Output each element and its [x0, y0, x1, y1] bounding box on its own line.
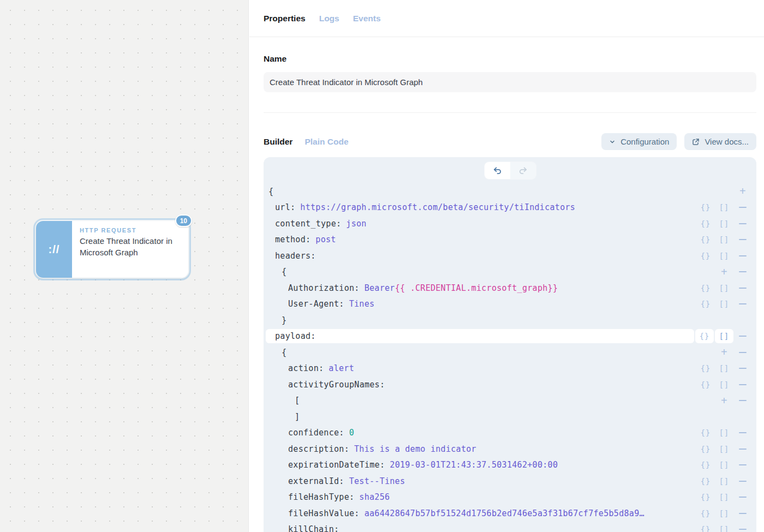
wrap-array-icon[interactable]: []: [715, 217, 733, 231]
wrap-object-icon[interactable]: {}: [696, 378, 715, 392]
code-row-externalId[interactable]: externalId:Test--Tines{}[]: [264, 473, 756, 489]
remove-field-icon[interactable]: [733, 249, 752, 263]
code-row-content[interactable]: killChain:: [266, 522, 696, 532]
wrap-array-icon[interactable]: []: [715, 506, 733, 521]
code-row-content[interactable]: {: [266, 184, 696, 199]
remove-field-icon[interactable]: [733, 265, 752, 279]
code-row-description[interactable]: description:This is a demo indicator{}[]: [264, 441, 756, 457]
wrap-array-icon[interactable]: []: [715, 490, 733, 504]
wrap-array-icon[interactable]: []: [715, 442, 733, 456]
code-row-killChain[interactable]: killChain:{}[]: [264, 522, 756, 532]
code-row-url[interactable]: url:https://graph.microsoft.com/beta/sec…: [264, 200, 756, 216]
wrap-array-icon[interactable]: []: [715, 522, 733, 532]
code-row-bracket[interactable]: [+: [264, 393, 756, 409]
tab-properties[interactable]: Properties: [264, 14, 306, 23]
code-row-content[interactable]: description:This is a demo indicator: [266, 442, 696, 456]
tab-logs[interactable]: Logs: [319, 14, 339, 23]
code-row-content[interactable]: content_type:json: [266, 217, 696, 231]
wrap-object-icon[interactable]: {}: [696, 474, 715, 488]
add-field-icon[interactable]: +: [733, 184, 752, 199]
wrap-array-icon[interactable]: []: [715, 329, 733, 343]
wrap-object-icon[interactable]: {}: [696, 426, 715, 440]
wrap-object-icon[interactable]: {}: [696, 217, 715, 231]
remove-field-icon[interactable]: [733, 329, 752, 343]
code-row-content[interactable]: }: [266, 313, 696, 327]
add-field-icon[interactable]: +: [715, 393, 733, 408]
wrap-array-icon[interactable]: []: [715, 297, 733, 311]
code-row-content[interactable]: expirationDateTime:2019-03-01T21:43:37.5…: [266, 458, 696, 472]
code-row-content[interactable]: externalId:Test--Tines: [266, 474, 696, 488]
code-row-content[interactable]: confidence:0: [266, 426, 696, 440]
code-row-content[interactable]: [: [266, 393, 696, 408]
code-row-fileHashType[interactable]: fileHashType:sha256{}[]: [264, 489, 756, 506]
wrap-object-icon[interactable]: {}: [696, 522, 715, 532]
wrap-array-icon[interactable]: []: [715, 474, 733, 488]
code-row-activityGroupNames[interactable]: activityGroupNames:{}[]: [264, 376, 756, 393]
remove-field-icon[interactable]: [733, 522, 752, 532]
wrap-object-icon[interactable]: {}: [696, 490, 715, 504]
remove-field-icon[interactable]: [733, 474, 752, 488]
code-row-expirationDateTime[interactable]: expirationDateTime:2019-03-01T21:43:37.5…: [264, 457, 756, 474]
code-row-content[interactable]: ]: [266, 410, 696, 424]
code-row-User-Agent[interactable]: User-Agent:Tines{}[]: [264, 296, 756, 313]
code-row-bracket[interactable]: }: [264, 312, 756, 328]
undo-button[interactable]: [485, 162, 510, 179]
remove-field-icon[interactable]: [733, 361, 752, 375]
tab-events[interactable]: Events: [353, 14, 381, 23]
wrap-object-icon[interactable]: {}: [696, 442, 715, 456]
event-count-badge[interactable]: 10: [175, 214, 192, 227]
code-row-bracket[interactable]: {+: [264, 344, 756, 361]
code-row-payload[interactable]: payload:{}[]: [264, 328, 756, 345]
remove-field-icon[interactable]: [733, 297, 752, 311]
action-node-http-request[interactable]: :// HTTP REQUEST Create Threat Indicator…: [36, 221, 188, 278]
wrap-array-icon[interactable]: []: [715, 232, 733, 247]
code-row-content[interactable]: {: [266, 265, 696, 279]
remove-field-icon[interactable]: [733, 458, 752, 472]
wrap-object-icon[interactable]: {}: [696, 232, 715, 247]
wrap-object-icon[interactable]: {}: [696, 281, 715, 295]
code-row-content[interactable]: fileHashValue:aa64428647b57bf51524d1756b…: [266, 506, 696, 521]
wrap-object-icon[interactable]: {}: [696, 458, 715, 472]
code-row-headers[interactable]: headers:{}[]: [264, 248, 756, 264]
remove-field-icon[interactable]: [733, 232, 752, 247]
remove-field-icon[interactable]: [733, 393, 752, 408]
code-row-method[interactable]: method:post{}[]: [264, 232, 756, 248]
code-row-content[interactable]: url:https://graph.microsoft.com/beta/sec…: [266, 200, 696, 214]
wrap-object-icon[interactable]: {}: [696, 506, 715, 521]
code-row-content[interactable]: fileHashType:sha256: [266, 490, 696, 504]
remove-field-icon[interactable]: [733, 442, 752, 456]
tab-plain-code[interactable]: Plain Code: [305, 137, 348, 147]
code-row-content[interactable]: headers:: [266, 249, 696, 263]
code-row-content[interactable]: activityGroupNames:: [266, 378, 696, 392]
code-row-content[interactable]: payload:: [266, 329, 694, 343]
wrap-array-icon[interactable]: []: [715, 361, 733, 375]
code-row-content[interactable]: method:post: [266, 232, 696, 247]
add-field-icon[interactable]: +: [715, 265, 733, 279]
code-row-content[interactable]: Authorization:Bearer {{ .CREDENTIAL.micr…: [266, 281, 696, 295]
code-row-bracket[interactable]: ]: [264, 409, 756, 425]
wrap-object-icon[interactable]: {}: [695, 329, 714, 343]
remove-field-icon[interactable]: [733, 490, 752, 504]
code-row-content[interactable]: User-Agent:Tines: [266, 297, 696, 311]
code-row-action[interactable]: action:alert{}[]: [264, 361, 756, 377]
remove-field-icon[interactable]: [733, 217, 752, 231]
code-row-content[interactable]: {: [266, 345, 696, 360]
add-field-icon[interactable]: +: [715, 345, 733, 360]
code-row-content_type[interactable]: content_type:json{}[]: [264, 216, 756, 232]
wrap-object-icon[interactable]: {}: [696, 297, 715, 311]
code-row-content[interactable]: action:alert: [266, 361, 696, 375]
remove-field-icon[interactable]: [733, 345, 752, 360]
code-row-bracket[interactable]: {+: [264, 264, 756, 280]
remove-field-icon[interactable]: [733, 378, 752, 392]
configuration-button[interactable]: Configuration: [601, 133, 677, 150]
remove-field-icon[interactable]: [733, 281, 752, 295]
wrap-object-icon[interactable]: {}: [696, 200, 715, 214]
wrap-object-icon[interactable]: {}: [696, 249, 715, 263]
remove-field-icon[interactable]: [733, 426, 752, 440]
view-docs-button[interactable]: View docs...: [684, 133, 756, 150]
wrap-array-icon[interactable]: []: [715, 200, 733, 214]
workflow-canvas[interactable]: :// HTTP REQUEST Create Threat Indicator…: [0, 0, 249, 532]
wrap-array-icon[interactable]: []: [715, 281, 733, 295]
wrap-array-icon[interactable]: []: [715, 426, 733, 440]
tab-builder[interactable]: Builder: [264, 137, 293, 147]
